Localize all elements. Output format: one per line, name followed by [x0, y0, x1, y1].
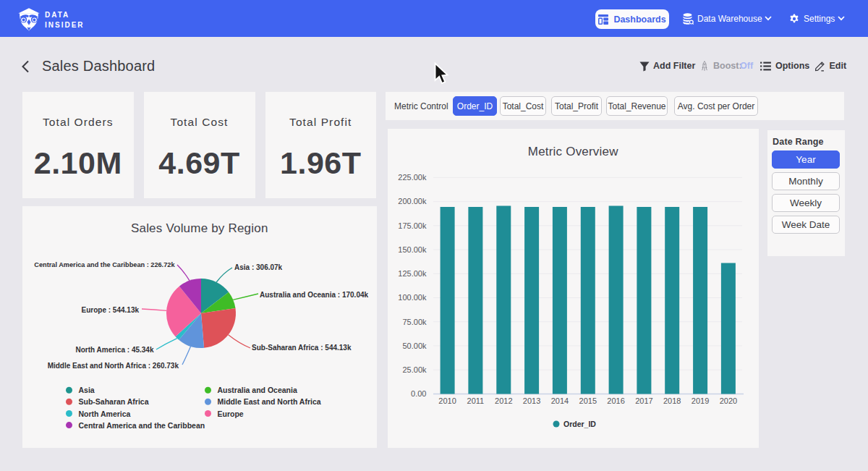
svg-text:Europe: Europe [218, 410, 244, 418]
svg-text:Sub-Saharan Africa: Sub-Saharan Africa [79, 397, 149, 406]
svg-text:50.00k: 50.00k [402, 341, 427, 350]
svg-text:2011: 2011 [467, 396, 485, 405]
svg-text:2010: 2010 [438, 396, 456, 405]
svg-text:2014: 2014 [551, 396, 569, 405]
svg-text:Order_ID: Order_ID [563, 420, 596, 428]
svg-text:Australia and Oceania: Australia and Oceania [218, 386, 297, 394]
svg-text:175.00k: 175.00k [398, 221, 427, 230]
svg-text:Middle East and North Africa :: Middle East and North Africa : 260.73k [48, 362, 179, 370]
svg-text:75.00k: 75.00k [402, 318, 427, 326]
svg-text:Sub-Saharan Africa : 544.13k: Sub-Saharan Africa : 544.13k [252, 344, 352, 352]
svg-text:North America : 45.34k: North America : 45.34k [75, 346, 153, 354]
svg-text:2019: 2019 [692, 396, 709, 405]
svg-text:2013: 2013 [523, 396, 540, 405]
svg-text:Asia: Asia [79, 386, 95, 394]
svg-text:150.00k: 150.00k [398, 245, 427, 254]
svg-text:Central America and the Caribb: Central America and the Caribbean : 226.… [34, 261, 175, 268]
svg-text:25.00k: 25.00k [402, 365, 427, 374]
svg-text:Central America and the Caribb: Central America and the Caribbean [79, 421, 205, 430]
svg-text:125.00k: 125.00k [398, 269, 427, 278]
svg-text:Asia : 306.07k: Asia : 306.07k [234, 263, 283, 271]
svg-text:2016: 2016 [607, 396, 624, 405]
svg-text:225.00k: 225.00k [398, 173, 427, 182]
svg-text:100.00k: 100.00k [398, 293, 427, 302]
svg-text:2015: 2015 [579, 396, 597, 405]
svg-text:200.00k: 200.00k [398, 197, 427, 205]
svg-text:2020: 2020 [720, 396, 737, 405]
svg-text:2018: 2018 [663, 396, 681, 405]
svg-text:North America: North America [79, 410, 131, 418]
svg-text:0.00: 0.00 [411, 389, 426, 398]
svg-text:2017: 2017 [635, 396, 652, 405]
svg-text:Middle East and North Africa: Middle East and North Africa [218, 397, 321, 406]
svg-text:Australia and Oceania : 170.04: Australia and Oceania : 170.04k [260, 291, 369, 299]
svg-text:Europe : 544.13k: Europe : 544.13k [82, 306, 140, 314]
svg-text:2012: 2012 [495, 396, 512, 405]
